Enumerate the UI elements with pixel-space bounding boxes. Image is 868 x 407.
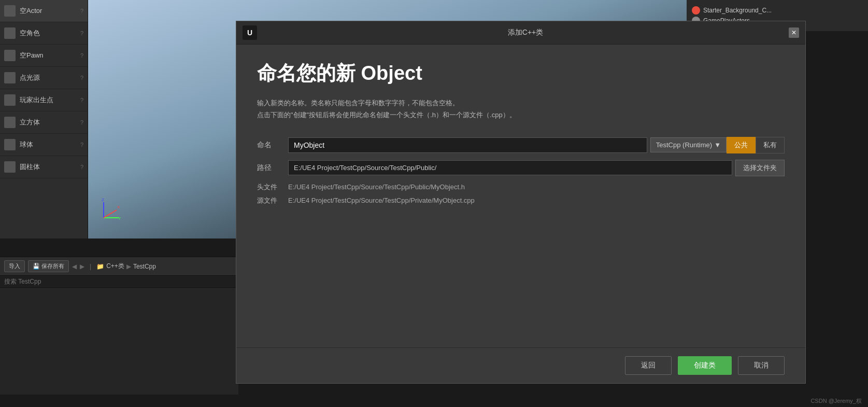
modal-add-cpp: U 添加C++类 ✕ 命名您的新 Object 输入新类的名称。类名称只能包含字… bbox=[236, 21, 806, 384]
status-text: CSDN @Jeremy_权 bbox=[810, 397, 862, 405]
sidebar-item-empty-actor[interactable]: 空Actor ? bbox=[0, 0, 88, 22]
header-file-label: 头文件 bbox=[257, 183, 288, 192]
save-all-button[interactable]: 💾 保存所有 bbox=[28, 260, 69, 272]
path-input[interactable] bbox=[288, 160, 732, 175]
status-bar: CSDN @Jeremy_权 bbox=[0, 395, 868, 407]
name-row: 命名 TestCpp (Runtime) ▼ 公共 私有 bbox=[257, 137, 785, 153]
private-button[interactable]: 私有 bbox=[756, 137, 785, 153]
modal-close-button[interactable]: ✕ bbox=[789, 27, 799, 38]
sidebar-item-cylinder[interactable]: 圆柱体 ? bbox=[0, 156, 88, 178]
header-file-value: E:/UE4 Project/TestCpp/Source/TestCpp/Pu… bbox=[288, 183, 465, 191]
help-icon: ? bbox=[80, 8, 83, 14]
sidebar-item-label: 玩家出生点 bbox=[20, 95, 53, 105]
import-button[interactable]: 导入 bbox=[4, 260, 25, 272]
search-input[interactable] bbox=[0, 276, 238, 288]
sidebar-item-empty-pawn[interactable]: 空Pawn ? bbox=[0, 45, 88, 67]
svg-text:Y: Y bbox=[118, 216, 121, 221]
path-label: 路径 bbox=[257, 163, 288, 173]
source-file-row: 源文件 E:/UE4 Project/TestCpp/Source/TestCp… bbox=[257, 196, 785, 205]
sidebar-item-player-start[interactable]: 玩家出生点 ? bbox=[0, 89, 88, 111]
help-icon: ? bbox=[80, 75, 83, 81]
back-button[interactable]: 返回 bbox=[625, 356, 672, 375]
sidebar-item-label: 空角色 bbox=[20, 29, 40, 38]
dropdown-chevron-icon: ▼ bbox=[714, 141, 721, 149]
sidebar-item-label: 空Actor bbox=[20, 6, 42, 16]
help-icon: ? bbox=[80, 142, 83, 148]
sphere-icon bbox=[4, 139, 16, 150]
modal-footer: 返回 创建类 取消 bbox=[236, 347, 805, 383]
header-file-row: 头文件 E:/UE4 Project/TestCpp/Source/TestCp… bbox=[257, 183, 785, 192]
folder-icon: 📁 bbox=[96, 263, 104, 270]
cancel-button[interactable]: 取消 bbox=[738, 356, 785, 375]
path-row: 路径 选择文件夹 bbox=[257, 160, 785, 176]
empty-pawn-icon bbox=[4, 50, 16, 61]
choose-file-button[interactable]: 选择文件夹 bbox=[735, 160, 785, 176]
help-icon: ? bbox=[80, 97, 83, 103]
ue-logo: U bbox=[243, 25, 257, 40]
svg-line-2 bbox=[104, 210, 117, 218]
left-sidebar: 空Actor ? 空角色 ? 空Pawn ? 点光源 ? 玩家出生点 ? 立方体… bbox=[0, 0, 88, 238]
axes-indicator: Y Z X bbox=[98, 197, 124, 223]
help-icon: ? bbox=[80, 164, 83, 170]
sidebar-item-label: 圆柱体 bbox=[20, 162, 40, 172]
modal-description: 输入新类的名称。类名称只能包含字母和数字字符，不能包含空格。 点击下面的"创建"… bbox=[257, 97, 785, 121]
modal-heading: 命名您的新 Object bbox=[257, 60, 785, 87]
empty-actor-icon bbox=[4, 5, 16, 17]
arrow-right-icon[interactable]: ▶ bbox=[80, 263, 84, 270]
separator: | bbox=[90, 263, 91, 270]
breadcrumb: 📁 C++类 ▶ TestCpp bbox=[96, 262, 156, 271]
help-icon: ? bbox=[80, 119, 83, 125]
point-light-icon bbox=[4, 72, 16, 83]
bottom-toolbar: 导入 💾 保存所有 ◀ ▶ | 📁 C++类 ▶ TestCpp bbox=[0, 257, 238, 276]
runtime-label: TestCpp (Runtime) bbox=[656, 141, 712, 149]
sidebar-item-sphere[interactable]: 球体 ? bbox=[0, 134, 88, 156]
svg-text:Z: Z bbox=[102, 198, 104, 202]
cube-icon bbox=[4, 117, 16, 128]
right-panel-item1: Starter_Background_C... bbox=[703, 7, 772, 14]
svg-text:X: X bbox=[117, 205, 120, 209]
name-label: 命名 bbox=[257, 141, 288, 150]
create-button[interactable]: 创建类 bbox=[678, 356, 732, 375]
empty-character-icon bbox=[4, 27, 16, 39]
sidebar-item-empty-character[interactable]: 空角色 ? bbox=[0, 22, 88, 45]
breadcrumb-arrow: ▶ bbox=[126, 263, 131, 270]
sidebar-item-label: 空Pawn bbox=[20, 51, 44, 60]
arrow-left-icon[interactable]: ◀ bbox=[72, 263, 77, 270]
sidebar-item-label: 球体 bbox=[20, 140, 33, 149]
sidebar-item-label: 点光源 bbox=[20, 73, 40, 82]
modal-body: 命名您的新 Object 输入新类的名称。类名称只能包含字母和数字字符，不能包含… bbox=[236, 45, 805, 347]
modal-title: 添加C++类 bbox=[262, 28, 789, 37]
player-start-icon bbox=[4, 94, 16, 106]
bottom-bar: 导入 💾 保存所有 ◀ ▶ | 📁 C++类 ▶ TestCpp bbox=[0, 257, 238, 407]
source-file-value: E:/UE4 Project/TestCpp/Source/TestCpp/Pr… bbox=[288, 197, 475, 204]
source-file-label: 源文件 bbox=[257, 196, 288, 205]
save-icon: 💾 bbox=[33, 263, 41, 269]
sidebar-item-cube[interactable]: 立方体 ? bbox=[0, 111, 88, 134]
modal-titlebar: U 添加C++类 ✕ bbox=[236, 21, 805, 45]
name-input[interactable] bbox=[288, 137, 647, 153]
help-icon: ? bbox=[80, 30, 83, 36]
right-panel-icon-1 bbox=[692, 6, 700, 15]
sidebar-item-label: 立方体 bbox=[20, 118, 40, 127]
public-button[interactable]: 公共 bbox=[727, 137, 756, 153]
help-icon: ? bbox=[80, 52, 83, 59]
sidebar-item-point-light[interactable]: 点光源 ? bbox=[0, 67, 88, 89]
runtime-dropdown[interactable]: TestCpp (Runtime) ▼ bbox=[650, 137, 727, 152]
cylinder-icon bbox=[4, 161, 16, 173]
